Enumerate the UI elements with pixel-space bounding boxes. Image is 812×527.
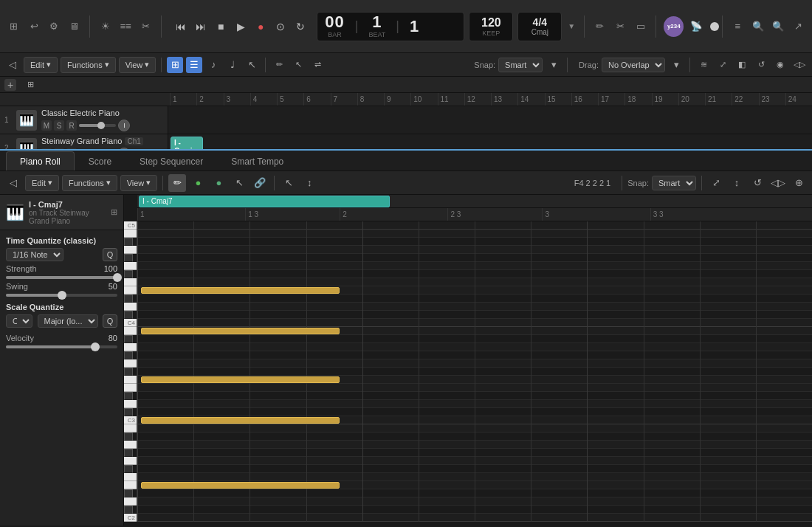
pr-loop-icon[interactable]: ↺ [749,174,766,192]
pr-blue-tool[interactable]: ● [210,174,227,192]
note-1[interactable] [141,328,340,334]
arrange-icon[interactable]: ⊞ [167,57,183,73]
swing-slider[interactable] [6,294,117,297]
piano-key-Ab4[interactable] [124,254,133,262]
drag-select[interactable]: No Overlap [602,58,665,72]
track-settings-icon[interactable]: ⊞ [22,77,38,93]
piano-key-Ab3[interactable] [124,351,133,359]
piano-key-Eb2[interactable] [124,489,133,497]
pencil-icon[interactable]: ✏ [592,18,608,35]
piano-key-A2[interactable] [124,441,137,449]
piano-key-G2[interactable] [124,457,137,465]
record-btn[interactable]: ● [252,18,269,35]
snap-chevron[interactable]: ▾ [546,57,562,73]
pr-back-icon[interactable]: ◁ [4,174,22,192]
sq-off-select[interactable]: Off [6,314,32,328]
pr-color-tool[interactable]: ● [189,174,207,192]
note-2[interactable] [141,376,340,383]
piano-key-Bb4[interactable] [124,238,133,246]
piano-key-C2[interactable]: C2 [124,514,137,522]
pr-snap-select[interactable]: Smart [652,176,696,190]
pointer-tool[interactable]: ↖ [290,57,306,73]
piano-key-B4[interactable] [124,230,137,238]
track-pan-2[interactable] [118,148,130,149]
piano-icon[interactable]: ♪ [205,57,221,73]
solo-btn-2[interactable]: S [54,148,64,149]
piano-key-Ab2[interactable] [124,449,133,457]
view-btn[interactable]: View ▾ [119,57,156,73]
piano-key-E3[interactable] [124,384,137,392]
piano-key-C3[interactable]: C3 [124,416,137,424]
add-tracks-icon[interactable]: ⊞ [6,18,21,35]
rec-btn-1[interactable]: R [66,120,77,131]
loop-icon[interactable]: 🔍 [750,18,765,35]
piano-key-Bb2[interactable] [124,433,133,441]
vel-slider[interactable] [6,345,117,348]
tq-q-btn[interactable]: Q [103,248,117,261]
piano-key-Bb3[interactable] [124,335,133,343]
mixer-icon[interactable]: ≡≡ [118,18,134,35]
tab-step-sequencer[interactable]: Step Sequencer [125,151,217,170]
sq-q-btn[interactable]: Q [103,314,117,328]
pr-pencil-tool[interactable]: ✏ [168,174,186,192]
record-settings-icon[interactable]: 🖥 [66,18,82,35]
cycle-btn[interactable]: ↻ [292,18,309,35]
pr-view-btn[interactable]: View ▾ [120,175,158,191]
pr-pointer-tool[interactable]: ↖ [230,174,248,192]
piano-key-F4[interactable] [124,278,137,286]
piano-key-Eb3[interactable] [124,392,133,400]
track-content-1[interactable] [168,106,812,134]
avatar[interactable]: y234 [664,16,684,37]
undo-icon[interactable]: ↩ [26,18,41,35]
time-sig-display[interactable]: 4/4 Cmaj [517,12,562,41]
pr-edit-btn[interactable]: Edit ▾ [25,175,59,191]
piano-key-F#4[interactable] [124,270,133,278]
piano-key-E4[interactable] [124,286,137,294]
folder-icon[interactable]: ▭ [633,18,648,35]
rec-btn-2[interactable]: R [66,148,77,149]
flex-icon[interactable]: ⤢ [715,57,731,73]
mute-icon[interactable]: ◉ [772,57,788,73]
solo-btn-1[interactable]: S [54,120,64,131]
pr-region-block[interactable]: I - Cmaj7 [139,196,390,207]
drag-chevron[interactable]: ▾ [668,57,684,73]
piano-key-D4[interactable] [124,303,137,311]
piano-key-G4[interactable] [124,262,137,270]
piano-key-F#3[interactable] [124,368,133,376]
pr-stereo-icon[interactable]: ◁▷ [769,174,787,192]
fast-forward-btn[interactable]: ⏭ [192,18,210,35]
piano-key-C5[interactable]: C5 [124,221,137,230]
score-icon[interactable]: ♩ [224,57,241,73]
waveform-icon[interactable]: ≋ [695,57,712,73]
piano-key-Eb4[interactable] [124,294,133,303]
volume-thumb[interactable] [710,22,719,31]
piano-key-C#3[interactable] [124,408,133,416]
pr-zoom-icon[interactable]: ⤢ [707,174,725,192]
stop-btn[interactable]: ■ [212,18,230,35]
piano-key-F2[interactable] [124,473,137,481]
pr-selector-tool[interactable]: ↖ [280,174,297,192]
edit-btn[interactable]: Edit ▾ [24,57,58,73]
list-icon[interactable]: ≡ [730,18,746,35]
loop-region-icon[interactable]: ↺ [753,57,769,73]
tab-score[interactable]: Score [75,151,125,170]
rewind-btn[interactable]: ⏮ [172,18,190,35]
tempo-display[interactable]: 120 KEEP [469,12,513,41]
note-grid[interactable] [137,221,812,522]
tab-smart-tempo[interactable]: Smart Tempo [217,151,297,170]
capture-btn[interactable]: ⊙ [272,18,289,35]
add-track-btn[interactable]: + [4,79,16,91]
piano-key-F3[interactable] [124,376,137,384]
note-3[interactable] [141,417,340,424]
snap-select[interactable]: Smart [498,58,543,72]
piano-key-A4[interactable] [124,246,137,254]
search-icon[interactable]: 🔍 [770,18,785,35]
piano-key-C#2[interactable] [124,506,133,514]
pencil-tool[interactable]: ✏ [271,57,287,73]
play-btn[interactable]: ▶ [232,18,250,35]
mute-btn-1[interactable]: M [41,120,52,131]
track-region-2[interactable]: I - Cmaj [171,137,203,149]
scissors2-icon[interactable]: ✂ [613,18,628,35]
piano-key-E2[interactable] [124,481,137,489]
pr-pitch-icon[interactable]: ↕ [728,174,746,192]
